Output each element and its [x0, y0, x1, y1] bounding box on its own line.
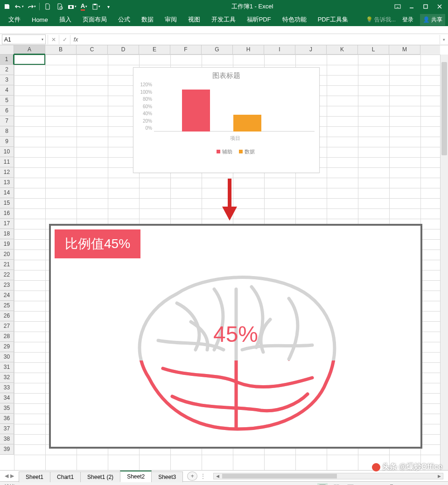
row-header[interactable]: 5 — [0, 96, 14, 106]
tab-file[interactable]: 文件 — [3, 13, 26, 26]
tab-data[interactable]: 数据 — [136, 13, 159, 26]
undo-button[interactable]: ▾ — [14, 1, 24, 12]
row-header[interactable]: 12 — [0, 167, 14, 178]
sheet-tab[interactable]: Sheet1 (2) — [80, 471, 120, 482]
formula-input[interactable] — [81, 35, 440, 44]
confirm-formula-button[interactable]: ✓ — [59, 35, 70, 44]
add-sheet-button[interactable]: + — [187, 471, 197, 481]
print-preview-icon[interactable] — [55, 1, 65, 12]
row-header[interactable]: 11 — [0, 157, 14, 167]
row-header[interactable]: 28 — [0, 332, 14, 342]
row-header[interactable]: 35 — [0, 403, 14, 414]
col-header[interactable]: I — [264, 45, 295, 55]
cells-area[interactable]: 图表标题 120%100%80%60%40%20%0% 项目 辅助 数据 比例 — [14, 55, 440, 470]
share-button[interactable]: 👤共享 — [420, 14, 445, 26]
row-header[interactable]: 29 — [0, 342, 14, 352]
tab-developer[interactable]: 开发工具 — [206, 13, 241, 26]
tell-me-search[interactable]: 💡告诉我... — [366, 16, 396, 24]
row-header[interactable]: 13 — [0, 178, 14, 188]
fx-button[interactable]: fx — [70, 35, 81, 44]
row-header[interactable]: 39 — [0, 444, 14, 455]
row-header[interactable]: 7 — [0, 116, 14, 126]
tab-insert[interactable]: 插入 — [54, 13, 77, 26]
row-header[interactable]: 8 — [0, 126, 14, 137]
row-header[interactable]: 1 — [0, 55, 14, 65]
zoom-in-button[interactable]: + — [418, 484, 422, 485]
tab-view[interactable]: 视图 — [182, 13, 206, 26]
row-header[interactable]: 2 — [0, 65, 14, 75]
row-header[interactable]: 18 — [0, 229, 14, 239]
view-normal-button[interactable] — [317, 483, 328, 485]
sheet-tab[interactable]: Sheet3 — [151, 471, 183, 482]
scrollbar-thumb[interactable] — [222, 474, 336, 478]
row-header[interactable]: 19 — [0, 239, 14, 249]
row-header[interactable]: 4 — [0, 85, 14, 96]
row-header[interactable]: 9 — [0, 137, 14, 147]
row-header[interactable]: 17 — [0, 219, 14, 229]
ribbon-options-icon[interactable] — [391, 1, 404, 12]
row-header[interactable]: 30 — [0, 352, 14, 362]
row-header[interactable]: 26 — [0, 311, 14, 321]
tab-features[interactable]: 特色功能 — [277, 13, 312, 26]
row-header[interactable]: 15 — [0, 198, 14, 208]
login-link[interactable]: 登录 — [399, 14, 416, 26]
name-box[interactable]: A1▾ — [2, 35, 46, 44]
row-header[interactable]: 36 — [0, 414, 14, 424]
close-button[interactable] — [433, 1, 446, 12]
col-header[interactable]: F — [170, 45, 202, 55]
row-header[interactable]: 22 — [0, 270, 14, 280]
font-color-icon[interactable]: A▾ — [79, 1, 89, 12]
col-header[interactable]: L — [358, 45, 389, 55]
tab-home[interactable]: Home — [26, 14, 54, 26]
sheet-nav-buttons[interactable]: ◀▶ — [0, 473, 19, 479]
col-header[interactable]: H — [233, 45, 264, 55]
tab-pdftools[interactable]: PDF工具集 — [312, 13, 354, 26]
brain-chart[interactable]: 比例值45% — [49, 224, 422, 449]
chevron-down-icon[interactable]: ▾ — [42, 37, 43, 42]
col-header[interactable]: E — [139, 45, 170, 55]
camera-icon[interactable]: ▾ — [67, 1, 77, 12]
minimize-button[interactable] — [405, 1, 418, 12]
row-header[interactable]: 10 — [0, 147, 14, 157]
col-header[interactable]: K — [327, 45, 358, 55]
row-header[interactable]: 38 — [0, 434, 14, 444]
row-header[interactable]: 16 — [0, 208, 14, 219]
zoom-out-button[interactable]: − — [359, 483, 364, 485]
row-header[interactable]: 21 — [0, 260, 14, 270]
col-header[interactable]: D — [108, 45, 139, 55]
tab-foxit[interactable]: 福昕PDF — [241, 13, 277, 26]
col-header[interactable]: C — [77, 45, 108, 55]
row-header[interactable]: 14 — [0, 188, 14, 198]
save-button[interactable] — [2, 1, 12, 12]
expand-formula-icon[interactable]: ▾ — [440, 35, 448, 44]
row-header[interactable]: 23 — [0, 280, 14, 291]
col-header[interactable]: M — [389, 45, 420, 55]
active-cell[interactable] — [14, 54, 45, 65]
col-header[interactable]: B — [45, 45, 77, 55]
row-header[interactable]: 27 — [0, 321, 14, 332]
qat-customize-icon[interactable]: ▾ — [103, 1, 113, 12]
tab-review[interactable]: 审阅 — [159, 13, 182, 26]
view-page-layout-button[interactable] — [331, 483, 342, 485]
sheet-tab[interactable]: Chart1 — [50, 471, 81, 482]
tab-layout[interactable]: 页面布局 — [77, 13, 112, 26]
vertical-scrollbar[interactable] — [440, 55, 448, 470]
row-header[interactable]: 25 — [0, 301, 14, 311]
row-header[interactable]: 3 — [0, 75, 14, 85]
row-header[interactable]: 31 — [0, 362, 14, 373]
row-header[interactable]: 34 — [0, 393, 14, 403]
row-header[interactable]: 33 — [0, 383, 14, 393]
row-header[interactable]: 37 — [0, 424, 14, 434]
chart-object[interactable]: 图表标题 120%100%80%60%40%20%0% 项目 辅助 数据 — [133, 67, 320, 173]
spreadsheet-grid[interactable]: A B C D E F G H I J K L M 12345678910111… — [0, 45, 448, 470]
sheet-tab[interactable]: Sheet2 — [120, 471, 152, 482]
sheet-menu-icon[interactable]: ⋮ — [197, 473, 209, 479]
col-header[interactable]: J — [295, 45, 327, 55]
col-header[interactable]: A — [14, 45, 45, 55]
row-header[interactable]: 6 — [0, 106, 14, 116]
tab-formulas[interactable]: 公式 — [112, 13, 136, 26]
new-file-icon[interactable] — [42, 1, 53, 12]
redo-button[interactable]: ▾ — [26, 1, 36, 12]
cancel-formula-button[interactable]: ✕ — [48, 35, 59, 44]
horizontal-scrollbar[interactable]: ◀ ▶ — [213, 473, 443, 479]
